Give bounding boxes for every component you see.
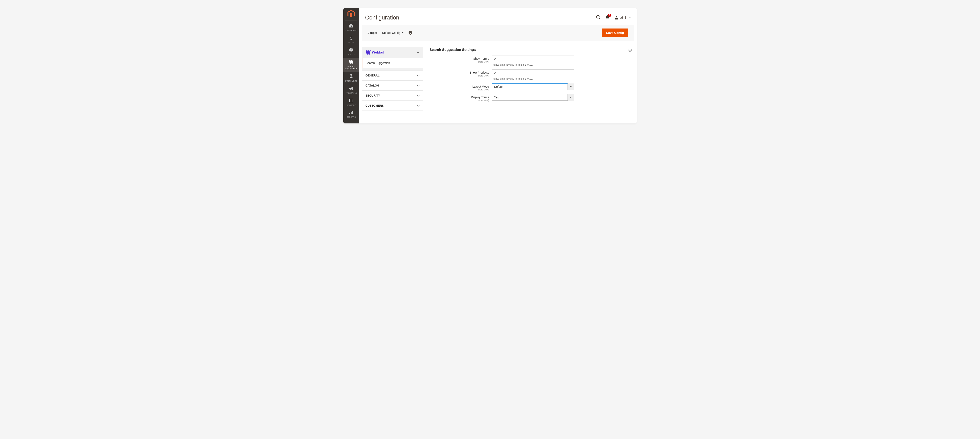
- config-tab-security[interactable]: SECURITY: [362, 91, 423, 101]
- chevron-down-icon: ▼: [402, 32, 404, 34]
- sidebar-item-label: CONTENT: [347, 104, 356, 107]
- field-layout-mode: Layout Mode [store view] Default: [430, 83, 634, 91]
- settings-panel: Search Suggestion Settings Show Terms [s…: [430, 47, 634, 123]
- sidebar-item-catalog[interactable]: CATALOG: [344, 46, 359, 58]
- sidebar-item-label: CATALOG: [347, 54, 355, 56]
- sidebar-item-sales[interactable]: $ SALES: [344, 33, 359, 46]
- sidebar-item-label: SEARCH SUGGESTION: [344, 65, 358, 70]
- main-content: Configuration 1 admin ▼ Scope:: [359, 8, 636, 123]
- collapse-icon: [628, 48, 632, 52]
- section-title: Search Suggestion Settings: [430, 48, 476, 52]
- webkul-logo-icon: [366, 51, 371, 54]
- chevron-down-icon: [417, 74, 420, 77]
- scope-hint: [store view]: [430, 99, 489, 102]
- header-actions: 1 admin ▼: [596, 15, 631, 20]
- field-show-terms: Show Terms [store view] Please enter a v…: [430, 56, 634, 66]
- chevron-down-icon: [417, 84, 420, 87]
- sidebar-item-label: CUSTOMERS: [345, 80, 357, 82]
- field-label: Show Terms: [473, 57, 489, 60]
- config-tab-catalog[interactable]: CATALOG: [362, 81, 423, 91]
- field-show-products: Show Products [store view] Please enter …: [430, 70, 634, 80]
- bar-chart-icon: [349, 110, 353, 115]
- scope-hint: [store view]: [430, 60, 489, 63]
- config-tab-customers[interactable]: CUSTOMERS: [362, 101, 423, 111]
- sidebar-item-customers[interactable]: CUSTOMERS: [344, 72, 359, 84]
- config-subtab-search-suggestion[interactable]: Search Suggestion: [362, 58, 423, 68]
- chevron-down-icon: ▼: [629, 17, 631, 19]
- save-config-button[interactable]: Save Config: [602, 29, 628, 37]
- show-products-input[interactable]: [492, 70, 574, 76]
- person-icon: [350, 74, 353, 79]
- chevron-down-icon: [417, 104, 420, 107]
- admin-sidebar: DASHBOARD $ SALES CATALOG SEARCH SUGGEST…: [344, 8, 359, 123]
- megaphone-icon: [349, 86, 353, 91]
- scope-bar: Scope: Default Config ▼ ? Save Config: [362, 25, 634, 41]
- scope-label: Scope:: [368, 31, 377, 35]
- field-label: Display Terms: [471, 95, 489, 99]
- sidebar-item-label: MARKETING: [345, 92, 357, 94]
- field-label: Show Products: [470, 71, 489, 74]
- sidebar-item-content[interactable]: CONTENT: [344, 96, 359, 108]
- field-note: Please enter a value in range 1 to 10.: [492, 77, 574, 80]
- search-icon[interactable]: [596, 15, 600, 20]
- sidebar-item-marketing[interactable]: MARKETING: [344, 84, 359, 96]
- webkul-w-icon: [349, 60, 353, 65]
- field-display-terms: Display Terms [store view] Yes: [430, 94, 634, 102]
- scope-hint: [store view]: [430, 88, 489, 91]
- config-nav: Webkul Search Suggestion GENERAL CATALOG: [362, 47, 423, 123]
- webkul-brand: Webkul: [366, 51, 384, 54]
- help-icon[interactable]: ?: [409, 31, 412, 35]
- notifications-icon[interactable]: 1: [606, 15, 609, 20]
- config-tab-general[interactable]: GENERAL: [362, 70, 423, 81]
- sidebar-item-search-suggestion[interactable]: SEARCH SUGGESTION: [344, 57, 359, 72]
- scope-hint: [store view]: [430, 75, 489, 77]
- chevron-up-icon: [417, 51, 420, 54]
- notification-badge: 1: [608, 14, 611, 17]
- field-note: Please enter a value in range 1 to 10.: [492, 64, 574, 66]
- app-window: DASHBOARD $ SALES CATALOG SEARCH SUGGEST…: [344, 8, 636, 123]
- display-terms-select[interactable]: Yes: [492, 94, 574, 101]
- sidebar-item-label: SALES: [348, 41, 354, 44]
- chevron-down-icon: [417, 94, 420, 97]
- layout-mode-select[interactable]: Default: [492, 83, 574, 90]
- user-icon: [615, 16, 619, 19]
- sidebar-item-dashboard[interactable]: DASHBOARD: [344, 22, 359, 33]
- scope-selector[interactable]: Default Config ▼: [382, 31, 404, 35]
- sidebar-item-reports[interactable]: REPORTS: [344, 108, 359, 120]
- box-icon: [349, 48, 353, 53]
- config-tab-webkul[interactable]: Webkul: [362, 47, 423, 58]
- sidebar-item-label: REPORTS: [347, 116, 356, 118]
- sidebar-item-label: DASHBOARD: [345, 29, 357, 32]
- field-label: Layout Mode: [473, 85, 489, 88]
- layout-icon: [349, 99, 353, 103]
- page-title: Configuration: [365, 14, 399, 21]
- show-terms-input[interactable]: [492, 56, 574, 62]
- magento-logo[interactable]: [345, 8, 357, 21]
- config-content: Webkul Search Suggestion GENERAL CATALOG: [359, 41, 636, 123]
- scope-value: Default Config: [382, 31, 400, 35]
- dollar-icon: $: [350, 36, 352, 41]
- account-menu[interactable]: admin ▼: [615, 16, 631, 19]
- section-header[interactable]: Search Suggestion Settings: [430, 47, 634, 56]
- account-label: admin: [620, 16, 627, 19]
- page-header: Configuration 1 admin ▼: [359, 8, 636, 25]
- gauge-icon: [349, 24, 353, 29]
